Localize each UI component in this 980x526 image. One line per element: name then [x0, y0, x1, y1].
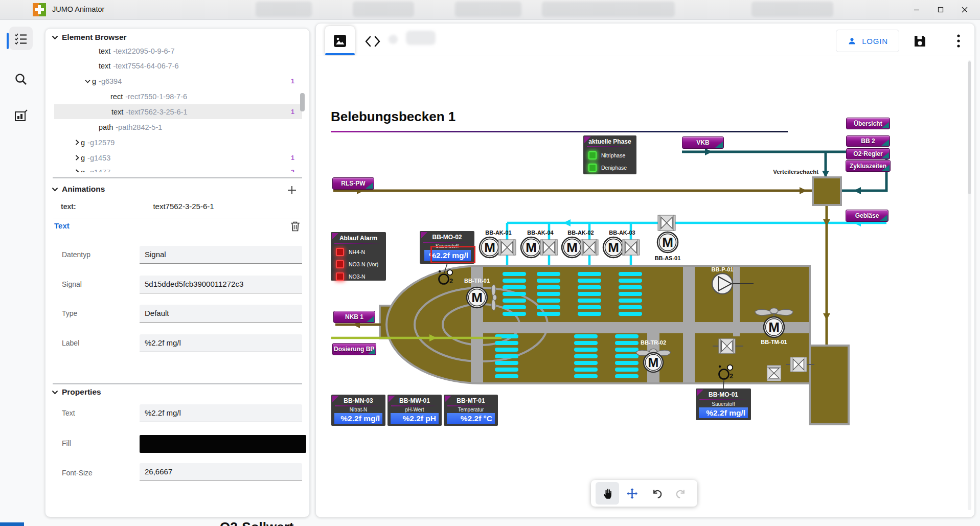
tree-row[interactable]: text-text22095-0-9-6-7: [45, 43, 309, 58]
properties-header[interactable]: Properties: [52, 387, 101, 397]
nav-button-geblaese[interactable]: Gebläse: [846, 210, 888, 222]
undo-button[interactable]: [645, 482, 668, 505]
sensor-box-bb-mo-02[interactable]: BB-MO-02 Sauerstoff %2.2f mg/l: [420, 231, 474, 264]
login-label: LOGIN: [862, 37, 888, 45]
sensor-id: BB-MO-02: [420, 231, 474, 241]
field-input-datentyp[interactable]: Signal: [140, 246, 302, 264]
element-browser-title: Element Browser: [62, 33, 127, 42]
nav-button-vkb[interactable]: VKB: [682, 136, 724, 149]
nav-button-bb2[interactable]: BB 2: [846, 135, 890, 147]
tree-row[interactable]: g-g1477 2: [45, 165, 309, 172]
equipment-bb-ak-03[interactable]: M BB-AK-03: [603, 230, 640, 258]
minimize-button[interactable]: [905, 0, 928, 19]
property-fill-swatch[interactable]: [140, 435, 306, 453]
sensor-id: BB-MO-01: [696, 388, 751, 398]
tree-row-selected[interactable]: text-text7562-3-25-6-1 1: [45, 104, 309, 119]
code-view-button[interactable]: [361, 30, 384, 53]
close-button[interactable]: [953, 0, 976, 19]
move-tool-button[interactable]: [620, 482, 644, 505]
nav-button-o2-regler[interactable]: O2-Regler: [846, 148, 890, 159]
rail-search-button[interactable]: [9, 67, 33, 91]
titlebar[interactable]: JUMO Animator: [0, 0, 980, 20]
property-input-fontsize[interactable]: 26,6667: [140, 463, 302, 481]
field-label-datentyp: Datentyp: [62, 250, 90, 259]
titlebar-ghost: [751, 2, 833, 17]
alarm-panel-title: Ablauf Alarm: [331, 232, 386, 242]
verteilerschacht-box[interactable]: [813, 177, 841, 205]
alarm-panel[interactable]: Ablauf Alarm NH4-N NO3-N (Vor) NO3-N: [331, 232, 386, 281]
inspector-panel: Element Browser text-text22095-0-9-6-7 t…: [45, 28, 310, 517]
delete-animation-button[interactable]: [288, 219, 302, 233]
chevron-right-icon[interactable]: [75, 155, 79, 161]
field-input-type[interactable]: Default: [140, 305, 302, 323]
basin-wall: [471, 267, 483, 382]
nav-button-zykluszeiten[interactable]: Zykluszeiten: [846, 160, 891, 172]
sensor-box-bb-mo-01[interactable]: BB-MO-01 Sauerstoff %2.2f mg/l: [696, 388, 751, 420]
led-green: [588, 164, 597, 172]
field-input-signal[interactable]: 5d15dded5fcb3900011272c3: [140, 276, 302, 293]
animations-header[interactable]: Animations: [52, 185, 105, 194]
sensor-box-bb-mt-01[interactable]: BB-MT-01 Temperatur %2.2f °C: [444, 395, 498, 426]
tree-scrollbar-thumb[interactable]: [300, 93, 305, 111]
sensor-box-bb-mn-03[interactable]: BB-MN-03 Nitrat-N %2.2f mg/l: [331, 395, 385, 426]
tree-row[interactable]: path-path2842-5-1: [45, 120, 309, 134]
led-red: [336, 248, 344, 256]
equipment-bb-ak-02[interactable]: M BB-AK-02: [562, 230, 598, 258]
canvas-scrollbar[interactable]: [968, 60, 971, 510]
disabled-tool-icon: [389, 35, 398, 44]
svg-text:2: 2: [730, 372, 733, 380]
chevron-right-icon[interactable]: [75, 169, 79, 172]
maximize-button[interactable]: [929, 0, 952, 19]
save-button[interactable]: [910, 31, 929, 51]
chevron-right-icon[interactable]: [75, 140, 79, 145]
pan-tool-button[interactable]: [596, 482, 619, 505]
alarm-label: NH4-N: [349, 249, 365, 255]
nav-button-dosierung-bb[interactable]: Dosierung BB: [332, 343, 376, 355]
sensor-param: Sauerstoff: [696, 401, 751, 407]
design-view-tab[interactable]: [325, 26, 355, 55]
animation-group-title[interactable]: Text: [54, 221, 70, 230]
canvas-toolbar: [591, 480, 697, 507]
tree-row[interactable]: text-text7554-64-06-7-6: [45, 58, 309, 73]
menu-kebab-button[interactable]: [949, 31, 968, 51]
rail-library-button[interactable]: [9, 104, 33, 127]
chevron-down-icon[interactable]: [85, 79, 90, 83]
section-divider: [53, 177, 302, 178]
chevron-down-icon: [52, 390, 58, 395]
rail-elements-button[interactable]: [9, 27, 33, 50]
property-input-text[interactable]: %2.2f mg/l: [140, 404, 302, 422]
alarm-label: NO3-N: [349, 273, 366, 280]
redo-button[interactable]: [669, 482, 693, 505]
nav-button-nkb1[interactable]: NKB 1: [333, 311, 375, 323]
drawing-canvas[interactable]: Verteilerschacht M BB-AK-01 M BB-AK-04: [316, 56, 974, 517]
library-icon: [14, 108, 28, 123]
animations-title: Animations: [62, 185, 105, 194]
tree-row[interactable]: g-g1453 1: [45, 150, 309, 165]
basin-wall: [683, 267, 695, 382]
image-icon: [333, 34, 347, 48]
element-browser-header[interactable]: Element Browser: [52, 33, 127, 42]
header-underline: [423, 242, 471, 243]
nav-button-uebersicht[interactable]: Übersicht: [846, 118, 890, 129]
login-button[interactable]: LOGIN: [836, 30, 899, 52]
header-underline: [335, 405, 382, 406]
property-label-fontsize: Font-Size: [62, 469, 93, 477]
canvas-scrollbar-thumb[interactable]: [968, 61, 971, 194]
svg-text:BB-AK-02: BB-AK-02: [567, 230, 594, 236]
tree-row[interactable]: rect-rect7550-1-98-7-6: [45, 89, 309, 104]
phase-status-panel[interactable]: aktuelle Phase Nitriphase Deniphase: [583, 135, 636, 174]
field-input-label[interactable]: %2.2f mg/l: [140, 334, 302, 352]
svg-text:M: M: [566, 240, 578, 255]
animation-target-value: text7562-3-25-6-1: [122, 202, 245, 211]
outlet-shaft-box[interactable]: [810, 346, 849, 424]
nav-button-rls-pw[interactable]: RLS-PW: [332, 177, 374, 190]
tree-row[interactable]: g-g6394 1: [45, 74, 309, 88]
equipment-bb-ak-01[interactable]: M BB-AK-01: [480, 230, 516, 258]
animation-target-label: text:: [61, 202, 76, 211]
sensor-box-bb-mw-01[interactable]: BB-MW-01 pH-Wert %2.2f pH: [388, 395, 442, 426]
tree-row[interactable]: g-g12579: [45, 135, 309, 150]
editor-selection-rect[interactable]: [430, 246, 475, 263]
equipment-bb-ak-04[interactable]: M BB-AK-04: [521, 230, 558, 258]
svg-text:M: M: [484, 240, 495, 255]
add-animation-button[interactable]: [285, 183, 299, 197]
